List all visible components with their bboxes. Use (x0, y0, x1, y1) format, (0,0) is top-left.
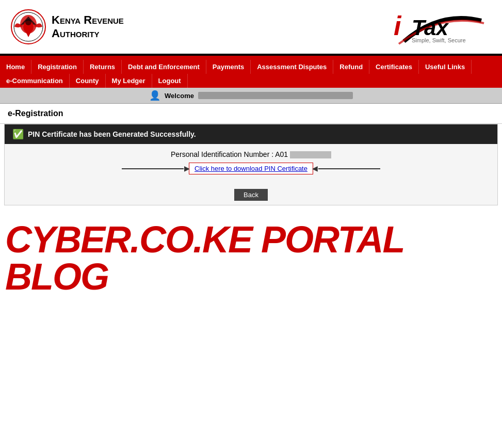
download-pin-link[interactable]: Click here to download PIN Certificate (189, 163, 313, 174)
nav-returns[interactable]: Returns (84, 60, 122, 74)
nav-registration[interactable]: Registration (31, 60, 84, 74)
nav-logout[interactable]: Logout (152, 74, 188, 88)
svg-text:Simple, Swift, Secure: Simple, Swift, Secure (412, 37, 466, 43)
kra-branding: Kenya Revenue Authority (10, 9, 124, 45)
welcome-bar: 👤 Welcome (0, 88, 502, 104)
user-icon: 👤 (149, 90, 160, 101)
back-button-container: Back (5, 185, 497, 205)
pin-value-blurred (290, 151, 331, 158)
kra-name: Kenya Revenue Authority (52, 13, 124, 41)
itax-logo-icon: i Tax Simple, Swift, Secure (388, 5, 492, 46)
content-area: ✅ PIN Certificate has been Generated Suc… (4, 124, 498, 205)
back-button[interactable]: Back (234, 189, 268, 201)
right-arrow (318, 168, 380, 169)
left-arrow (122, 168, 184, 169)
header-stripe (0, 56, 502, 60)
success-message: PIN Certificate has been Generated Succe… (28, 130, 196, 138)
nav-useful-links[interactable]: Useful Links (419, 60, 472, 74)
nav-debt[interactable]: Debt and Enforcement (122, 60, 206, 74)
page-header: Kenya Revenue Authority i Tax Simple, Sw… (0, 0, 502, 56)
page-title-bar: e-Registration (0, 104, 502, 124)
nav-home[interactable]: Home (0, 60, 31, 74)
page-title-text: e-Registration (8, 109, 63, 118)
success-bar: ✅ PIN Certificate has been Generated Suc… (5, 124, 497, 144)
welcome-text: Welcome (165, 92, 194, 100)
svg-point-5 (25, 19, 31, 25)
nav-row-1: Home Registration Returns Debt and Enfor… (0, 60, 502, 74)
nav-certificates[interactable]: Certificates (369, 60, 419, 74)
user-name-blurred (198, 92, 353, 99)
svg-text:Tax: Tax (412, 15, 449, 40)
nav-assessment[interactable]: Assessment Disputes (251, 60, 333, 74)
nav-payments[interactable]: Payments (206, 60, 251, 74)
download-arrow-container: Click here to download PIN Certificate (12, 163, 490, 174)
nav-refund[interactable]: Refund (333, 60, 369, 74)
pin-number-label: Personal Identification Number : A01 (12, 150, 490, 158)
navigation: Home Registration Returns Debt and Enfor… (0, 60, 502, 88)
itax-branding: i Tax Simple, Swift, Secure (388, 5, 492, 49)
svg-text:i: i (394, 11, 402, 41)
kra-logo-icon (10, 9, 46, 45)
success-icon: ✅ (12, 129, 24, 140)
nav-row-2: e-Communication County My Ledger Logout (0, 74, 502, 88)
pin-info-area: Personal Identification Number : A01 Cli… (5, 144, 497, 185)
watermark-text: CYBER.CO.KE PORTAL BLOG (0, 205, 502, 311)
nav-my-ledger[interactable]: My Ledger (106, 74, 152, 88)
nav-e-communication[interactable]: e-Communication (0, 74, 70, 88)
nav-county[interactable]: County (70, 74, 106, 88)
